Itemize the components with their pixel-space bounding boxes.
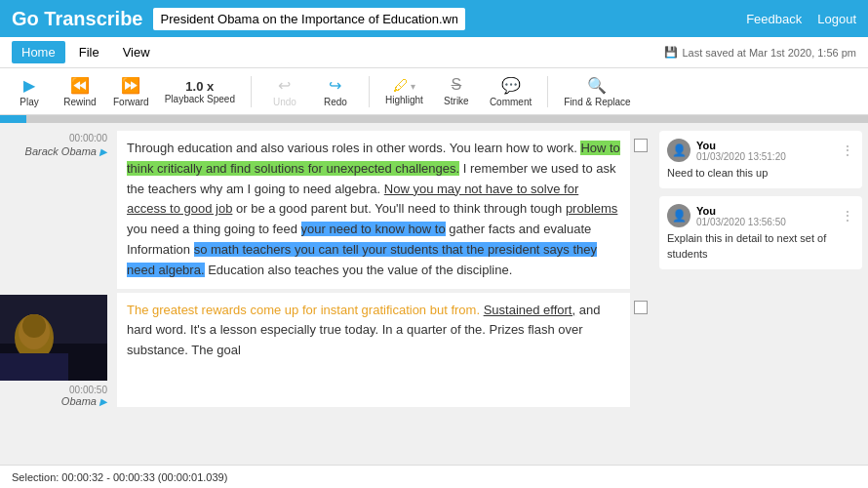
header: Go Transcribe Feedback Logout: [0, 0, 868, 37]
checkbox-input-2[interactable]: [634, 301, 648, 314]
text-normal-1: Through education and also various roles…: [127, 141, 580, 155]
main-content: 00:00:00 Barack Obama ▶ Through educatio…: [0, 123, 868, 465]
save-status: 💾 Last saved at Mar 1st 2020, 1:56 pm: [664, 46, 856, 59]
toolbar: ▶ Play ⏪ Rewind ⏩ Forward 1.0 x Playback…: [0, 68, 868, 115]
time-label-2: 00:00:50: [69, 385, 107, 395]
undo-icon: ↩: [278, 76, 291, 95]
strike-icon: S: [452, 76, 462, 94]
menubar: Home File View 💾 Last saved at Mar 1st 2…: [0, 37, 868, 68]
transcript-content-2[interactable]: The greatest rewards come up for instant…: [117, 293, 630, 407]
redo-button[interactable]: ↪ Redo: [318, 76, 353, 107]
file-name-input[interactable]: [153, 8, 465, 30]
video-inner: [0, 295, 107, 381]
undo-button[interactable]: ↩ Undo: [267, 76, 302, 107]
comment-button[interactable]: 💬 Comment: [490, 76, 532, 107]
comment-user-info-2: You 01/03/2020 13:56:50: [696, 205, 786, 227]
speaker-arrow-1: ▶: [99, 146, 107, 157]
play-button[interactable]: ▶ Play: [12, 76, 47, 107]
comment-text-2: Explain this in detail to next set of st…: [667, 231, 854, 262]
feedback-button[interactable]: Feedback: [746, 12, 802, 26]
text-normal-6: Education also teaches you the value of …: [205, 263, 513, 277]
logout-button[interactable]: Logout: [817, 12, 856, 26]
menu-items: Home File View: [12, 41, 160, 63]
forward-button[interactable]: ⏩ Forward: [113, 76, 149, 107]
text-normal-4: you need a thing going to feed: [127, 222, 301, 236]
svg-rect-4: [0, 353, 68, 381]
find-replace-button[interactable]: 🔍 Find & Replace: [564, 76, 630, 107]
text-underline-2: problems: [566, 201, 617, 216]
comment-user-2: 👤 You 01/03/2020 13:56:50: [667, 204, 786, 227]
divider-3: [547, 76, 548, 107]
speaker-label-1: Barack Obama ▶: [25, 145, 107, 157]
transcript-area: 00:00:00 Barack Obama ▶ Through educatio…: [0, 123, 653, 465]
highlight-button[interactable]: 🖊 ▾ Highlight: [385, 77, 423, 105]
forward-icon: ⏩: [121, 76, 140, 95]
comment-user-info-1: You 01/03/2020 13:51:20: [696, 140, 786, 162]
avatar-2: 👤: [667, 204, 690, 227]
comment-time-1: 01/03/2020 13:51:20: [696, 151, 786, 162]
text-normal-3: or be a good parent but. You'll need to …: [232, 201, 565, 216]
comment-name-1: You: [696, 140, 786, 151]
speaker-arrow-2: ▶: [99, 396, 107, 407]
time-speaker-1: 00:00:00 Barack Obama ▶: [0, 131, 117, 289]
redo-icon: ↪: [329, 76, 341, 95]
highlight-icon: 🖊: [393, 77, 409, 95]
rewind-button[interactable]: ⏪ Rewind: [62, 76, 98, 107]
divider-2: [369, 76, 370, 107]
transcript-content-1[interactable]: Through education and also various roles…: [117, 131, 630, 289]
comment-user-1: 👤 You 01/03/2020 13:51:20: [667, 139, 786, 162]
header-left: Go Transcribe: [12, 8, 465, 30]
comment-card-1: 👤 You 01/03/2020 13:51:20 ⋮ Need to clea…: [659, 131, 862, 188]
comment-time-2: 01/03/2020 13:56:50: [696, 217, 786, 227]
comments-sidebar: 👤 You 01/03/2020 13:51:20 ⋮ Need to clea…: [653, 123, 868, 465]
text-highlight-blue-1: your need to know how to: [301, 222, 446, 236]
text-underline-3: Sustained effort,: [484, 303, 575, 317]
menu-file[interactable]: File: [69, 41, 109, 63]
header-right: Feedback Logout: [746, 12, 856, 26]
divider-1: [251, 76, 252, 107]
play-icon: ▶: [23, 76, 35, 95]
transcript-block-1: 00:00:00 Barack Obama ▶ Through educatio…: [0, 131, 653, 289]
comment-icon: 💬: [501, 76, 521, 95]
progress-fill: [0, 115, 26, 123]
status-text: Selection: 00:00:32 - 00:00:33 (00:00:01…: [12, 471, 227, 483]
find-replace-icon: 🔍: [587, 76, 607, 95]
comment-card-2: 👤 You 01/03/2020 13:56:50 ⋮ Explain this…: [659, 196, 862, 269]
highlight-dropdown-icon: ▾: [411, 81, 415, 92]
strike-button[interactable]: S Strike: [439, 76, 474, 106]
checkbox-1[interactable]: [634, 131, 653, 289]
save-icon: 💾: [664, 46, 678, 59]
checkbox-2[interactable]: [634, 293, 653, 407]
comment-header-1: 👤 You 01/03/2020 13:51:20 ⋮: [667, 139, 854, 162]
speaker-label-2: Obama ▶: [61, 395, 107, 407]
checkbox-input-1[interactable]: [634, 139, 648, 152]
progress-bar[interactable]: [0, 115, 868, 123]
svg-point-5: [22, 314, 46, 338]
menu-view[interactable]: View: [113, 41, 160, 63]
comment-text-1: Need to clean this up: [667, 166, 854, 181]
transcript-block-2: 00:00:50 Obama ▶ The greatest rewards co…: [0, 293, 653, 407]
rewind-icon: ⏪: [70, 76, 90, 95]
comment-name-2: You: [696, 205, 786, 217]
comment-header-2: 👤 You 01/03/2020 13:56:50 ⋮: [667, 204, 854, 227]
comment-menu-2[interactable]: ⋮: [841, 208, 854, 224]
comment-menu-1[interactable]: ⋮: [841, 142, 854, 158]
video-svg: [0, 295, 107, 381]
avatar-1: 👤: [667, 139, 690, 162]
time-speaker-2: 00:00:50 Obama ▶: [0, 293, 117, 407]
menu-home[interactable]: Home: [12, 41, 65, 63]
status-bar: Selection: 00:00:32 - 00:00:33 (00:00:01…: [0, 465, 868, 488]
playback-speed[interactable]: 1.0 x Playback Speed: [165, 79, 235, 104]
time-label-1: 00:00:00: [0, 133, 107, 143]
app-title: Go Transcribe: [12, 8, 143, 30]
text-highlight-yellow-1: The greatest rewards come up for instant…: [127, 303, 480, 317]
video-thumbnail: [0, 295, 107, 381]
save-status-text: Last saved at Mar 1st 2020, 1:56 pm: [682, 47, 856, 59]
